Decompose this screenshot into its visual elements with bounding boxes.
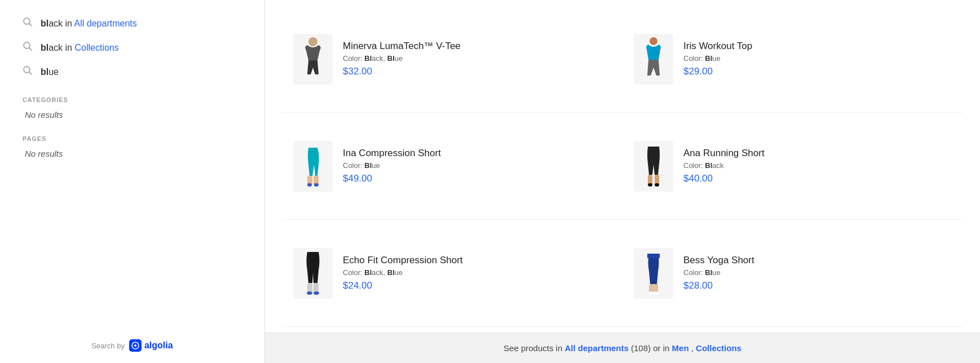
all-departments-link[interactable]: All departments <box>74 19 137 28</box>
product-thumb-ina <box>293 141 333 192</box>
footer-text-mid: or in <box>653 343 672 353</box>
svg-point-7 <box>308 37 317 46</box>
product-color-minerva: Color: Black, Blue <box>343 54 611 63</box>
svg-line-1 <box>29 24 32 26</box>
product-name-echo: Echo Fit Compression Short <box>343 255 611 266</box>
product-price-minerva: $32.00 <box>343 66 611 77</box>
search-icon-3 <box>23 65 33 78</box>
sidebar: black in All departments black in Collec… <box>0 0 265 363</box>
product-name-iris: Iris Workout Top <box>683 41 952 52</box>
svg-point-15 <box>648 183 652 187</box>
algolia-branding: Search by algolia <box>23 328 264 352</box>
footer-text-before: See products in <box>504 343 564 353</box>
footer-count: (108) <box>631 343 651 353</box>
categories-label: CATEGORIES <box>23 96 264 103</box>
product-thumb-minerva <box>293 34 333 85</box>
footer-men-link[interactable]: Men <box>672 343 689 353</box>
product-ina[interactable]: Ina Compression Short Color: Blue $49.00 <box>282 113 623 220</box>
product-name-bess: Bess Yoga Short <box>683 255 952 266</box>
algolia-logo[interactable]: algolia <box>129 339 173 352</box>
product-color-bess: Color: Blue <box>683 268 952 277</box>
pages-label: PAGES <box>23 135 264 142</box>
product-price-iris: $29.00 <box>683 66 952 77</box>
svg-point-16 <box>655 183 659 187</box>
product-info-bess: Bess Yoga Short Color: Blue $28.00 <box>683 255 952 291</box>
search-by-label: Search by <box>91 342 125 350</box>
footer-comma: , <box>691 343 696 353</box>
suggestion-text-black-all: black in All departments <box>41 19 137 29</box>
suggestion-text-black-collections: black in Collections <box>41 43 119 53</box>
svg-point-11 <box>307 183 312 187</box>
products-grid: Minerva LumaTech™ V-Tee Color: Black, Bl… <box>265 0 980 333</box>
product-name-ana: Ana Running Short <box>683 148 952 159</box>
product-info-iris: Iris Workout Top Color: Blue $29.00 <box>683 41 952 77</box>
svg-line-3 <box>29 48 32 51</box>
suggestion-blue[interactable]: blue <box>23 60 264 84</box>
suggestion-black-collections[interactable]: black in Collections <box>23 36 264 60</box>
main-panel: Minerva LumaTech™ V-Tee Color: Black, Bl… <box>265 0 980 363</box>
product-info-ina: Ina Compression Short Color: Blue $49.00 <box>343 148 611 184</box>
product-price-ana: $40.00 <box>683 173 952 184</box>
algolia-label: algolia <box>144 340 173 351</box>
product-price-ina: $49.00 <box>343 173 611 184</box>
footer-collections-link[interactable]: Collections <box>696 343 741 353</box>
svg-point-20 <box>314 291 319 295</box>
product-info-echo: Echo Fit Compression Short Color: Black,… <box>343 255 611 291</box>
product-echo[interactable]: Echo Fit Compression Short Color: Black,… <box>282 220 623 327</box>
svg-point-24 <box>653 291 659 295</box>
svg-point-8 <box>650 37 657 45</box>
product-iris[interactable]: Iris Workout Top Color: Blue $29.00 <box>623 6 963 113</box>
product-bess[interactable]: Bess Yoga Short Color: Blue $28.00 <box>623 220 963 327</box>
algolia-icon <box>129 339 142 352</box>
product-name-ina: Ina Compression Short <box>343 148 611 159</box>
product-color-echo: Color: Black, Blue <box>343 268 611 277</box>
product-thumb-ana <box>634 141 673 192</box>
svg-point-12 <box>314 183 319 187</box>
product-thumb-bess <box>634 248 673 299</box>
product-thumb-echo <box>293 248 333 299</box>
svg-point-19 <box>307 291 312 295</box>
search-icon-2 <box>23 41 33 54</box>
product-color-iris: Color: Blue <box>683 54 952 63</box>
product-name-minerva: Minerva LumaTech™ V-Tee <box>343 41 611 52</box>
svg-line-5 <box>29 72 32 75</box>
footer-bar: See products in All departments (108) or… <box>265 333 980 363</box>
product-color-ina: Color: Blue <box>343 161 611 170</box>
product-minerva[interactable]: Minerva LumaTech™ V-Tee Color: Black, Bl… <box>282 6 623 113</box>
sidebar-suggestions: black in All departments black in Collec… <box>23 11 264 162</box>
product-price-bess: $28.00 <box>683 280 952 291</box>
collections-link[interactable]: Collections <box>74 43 118 52</box>
product-info-minerva: Minerva LumaTech™ V-Tee Color: Black, Bl… <box>343 41 611 77</box>
suggestion-text-blue: blue <box>41 67 59 77</box>
suggestion-black-all[interactable]: black in All departments <box>23 11 264 36</box>
pages-no-results: No results <box>23 145 264 162</box>
search-icon <box>23 17 33 30</box>
product-thumb-iris <box>634 34 673 85</box>
product-color-ana: Color: Black <box>683 161 952 170</box>
categories-no-results: No results <box>23 107 264 123</box>
footer-all-departments-link[interactable]: All departments <box>564 343 628 353</box>
product-info-ana: Ana Running Short Color: Black $40.00 <box>683 148 952 184</box>
product-ana[interactable]: Ana Running Short Color: Black $40.00 <box>623 113 963 220</box>
product-price-echo: $24.00 <box>343 280 611 291</box>
